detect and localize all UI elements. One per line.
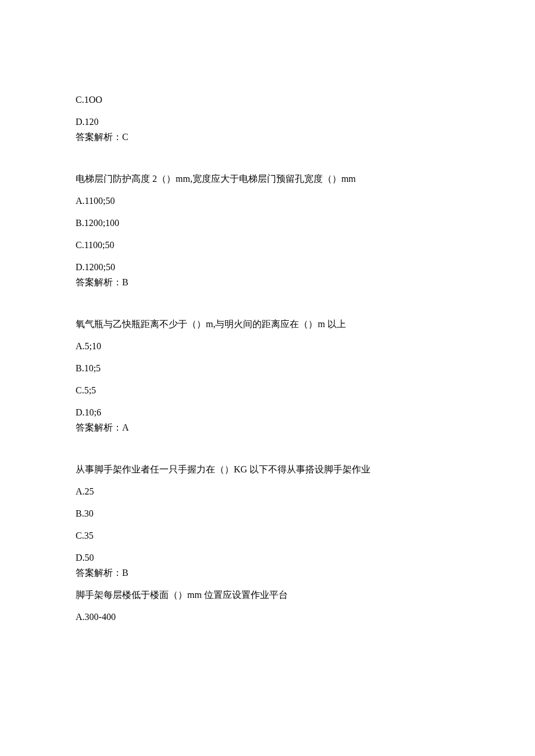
option-a: A.5;10 bbox=[76, 339, 459, 353]
option-c: C.5;5 bbox=[76, 384, 459, 397]
option-d: D.120 bbox=[76, 115, 459, 129]
option-a: A.25 bbox=[76, 485, 459, 499]
question-text: 从事脚手架作业者任一只手握力在（）KG 以下不得从事搭设脚手架作业 bbox=[76, 463, 459, 476]
option-d: D.50 bbox=[76, 551, 459, 565]
option-b: B.10;5 bbox=[76, 361, 459, 375]
question-text: 氧气瓶与乙快瓶距离不少于（）m,与明火间的距离应在（）m 以上 bbox=[76, 317, 459, 331]
option-b: B.30 bbox=[76, 507, 459, 521]
option-c: C.35 bbox=[76, 529, 459, 543]
answer-text: 答案解析：B bbox=[76, 566, 459, 580]
option-a: A.1100;50 bbox=[76, 194, 459, 208]
option-a: A.300-400 bbox=[76, 610, 459, 624]
question-text: 电梯层门防护高度 2（）mm,宽度应大于电梯层门预留孔宽度（）mm bbox=[76, 172, 459, 186]
option-c: C.1100;50 bbox=[76, 238, 459, 252]
option-c: C.1OO bbox=[76, 93, 459, 107]
option-d: D.10;6 bbox=[76, 406, 459, 420]
answer-text: 答案解析：C bbox=[76, 130, 459, 144]
option-b: B.1200;100 bbox=[76, 216, 459, 230]
question-text: 脚手架每层楼低于楼面（）mm 位置应设置作业平台 bbox=[76, 588, 459, 602]
option-d: D.1200;50 bbox=[76, 260, 459, 274]
answer-text: 答案解析：A bbox=[76, 421, 459, 435]
answer-text: 答案解析：B bbox=[76, 275, 459, 289]
